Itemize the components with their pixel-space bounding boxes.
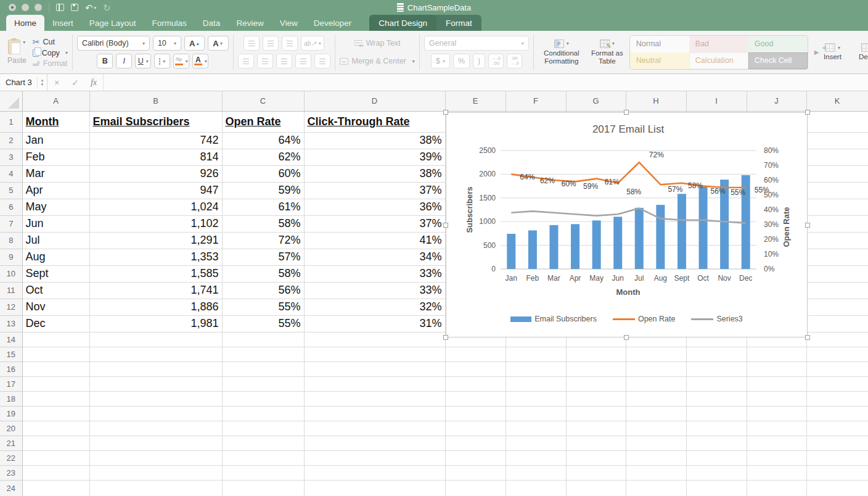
- cell-D22[interactable]: [304, 450, 445, 465]
- cell-A3[interactable]: Feb: [22, 149, 89, 165]
- chevron-down-icon[interactable]: ▾: [23, 39, 25, 45]
- cell-F16[interactable]: [506, 362, 566, 376]
- cell-B24[interactable]: [89, 480, 222, 496]
- tab-developer[interactable]: Developer: [306, 15, 360, 31]
- cell-B18[interactable]: [89, 391, 222, 406]
- tab-page-layout[interactable]: Page Layout: [81, 15, 144, 31]
- cell-C10[interactable]: 58%: [222, 265, 304, 282]
- cell-A2[interactable]: Jan: [22, 132, 89, 149]
- cell-D14[interactable]: [304, 332, 445, 347]
- cell-K10[interactable]: [806, 265, 868, 282]
- cell-K20[interactable]: [806, 421, 868, 436]
- cell-H21[interactable]: [626, 436, 686, 450]
- cell-K24[interactable]: [806, 480, 868, 496]
- fill-color-button[interactable]: ▾: [173, 54, 189, 68]
- cell-K19[interactable]: [806, 406, 868, 421]
- cell-B9[interactable]: 1,353: [89, 249, 222, 265]
- format-painter-button[interactable]: Format: [33, 59, 68, 68]
- zoom-window-icon[interactable]: [35, 4, 42, 11]
- cell-F17[interactable]: [506, 376, 566, 391]
- cell-A10[interactable]: Sept: [22, 265, 89, 282]
- legend-open-rate[interactable]: Open Rate: [613, 315, 675, 323]
- cell-H16[interactable]: [626, 362, 686, 376]
- row-header-12[interactable]: 12: [0, 299, 22, 315]
- cell-K18[interactable]: [806, 391, 868, 406]
- bar-aug[interactable]: [656, 205, 665, 269]
- row-header-22[interactable]: 22: [0, 450, 22, 465]
- cell-C19[interactable]: [222, 406, 304, 421]
- cell-D9[interactable]: 34%: [304, 249, 445, 265]
- cell-D13[interactable]: 31%: [304, 315, 445, 332]
- cell-B4[interactable]: 926: [89, 165, 222, 182]
- bold-button[interactable]: B: [97, 54, 113, 68]
- row-header-4[interactable]: 4: [0, 165, 22, 182]
- cell-K16[interactable]: [806, 362, 868, 376]
- cell-D5[interactable]: 37%: [304, 182, 445, 199]
- cell-I18[interactable]: [686, 391, 747, 406]
- bar-apr[interactable]: [571, 224, 579, 269]
- cell-C6[interactable]: 61%: [222, 199, 304, 215]
- cell-H23[interactable]: [626, 465, 686, 480]
- cell-A6[interactable]: May: [22, 199, 89, 215]
- cell-F24[interactable]: [506, 480, 566, 496]
- wrap-text-button[interactable]: Wrap Text: [354, 36, 401, 51]
- cell-C8[interactable]: 72%: [222, 232, 304, 249]
- cell-K6[interactable]: [806, 199, 868, 215]
- cell-H22[interactable]: [626, 450, 686, 465]
- cell-C18[interactable]: [222, 391, 304, 406]
- cell-A11[interactable]: Oct: [22, 282, 89, 299]
- cut-button[interactable]: ✂ Cut: [33, 37, 68, 47]
- name-box[interactable]: Chart 3: [0, 78, 37, 87]
- underline-button[interactable]: U▾: [135, 54, 151, 68]
- cell-I16[interactable]: [686, 362, 747, 376]
- cell-C11[interactable]: 56%: [222, 282, 304, 299]
- cell-B16[interactable]: [89, 362, 222, 376]
- cell-B6[interactable]: 1,024: [89, 199, 222, 215]
- row-header-10[interactable]: 10: [0, 265, 22, 282]
- font-name-select[interactable]: Calibri (Body) ▾: [77, 36, 150, 51]
- bar-sept[interactable]: [678, 194, 686, 269]
- cell-D12[interactable]: 32%: [304, 299, 445, 315]
- cell-E20[interactable]: [445, 421, 506, 436]
- cell-D20[interactable]: [304, 421, 445, 436]
- insert-function-icon[interactable]: fx: [84, 78, 103, 88]
- cell-A24[interactable]: [22, 480, 89, 496]
- cell-E22[interactable]: [445, 450, 506, 465]
- gallery-more-icon[interactable]: ▶: [814, 49, 819, 56]
- cell-E18[interactable]: [445, 391, 506, 406]
- cell-style-calculation[interactable]: Calculation: [689, 52, 748, 69]
- cell-I21[interactable]: [686, 436, 747, 450]
- cell-C21[interactable]: [222, 436, 304, 450]
- cell-A13[interactable]: Dec: [22, 315, 89, 332]
- cell-C7[interactable]: 58%: [222, 215, 304, 232]
- bar-jun[interactable]: [613, 217, 622, 269]
- cell-B21[interactable]: [89, 436, 222, 450]
- cell-A4[interactable]: Mar: [22, 165, 89, 182]
- chart-selection-handle[interactable]: [624, 335, 629, 340]
- cell-E21[interactable]: [445, 436, 506, 450]
- row-header-24[interactable]: 24: [0, 480, 22, 496]
- row-header-18[interactable]: 18: [0, 391, 22, 406]
- align-top-button[interactable]: [244, 36, 260, 51]
- cell-J15[interactable]: [747, 347, 806, 362]
- cell-B8[interactable]: 1,291: [89, 232, 222, 249]
- cell-A14[interactable]: [22, 332, 89, 347]
- formula-input[interactable]: [103, 74, 868, 91]
- cell-A9[interactable]: Aug: [22, 249, 89, 265]
- bar-mar[interactable]: [549, 225, 558, 269]
- cell-I24[interactable]: [686, 480, 747, 496]
- cell-C23[interactable]: [222, 465, 304, 480]
- row-header-13[interactable]: 13: [0, 315, 22, 332]
- cell-J17[interactable]: [747, 376, 806, 391]
- column-header-J[interactable]: J: [747, 91, 806, 111]
- legend-email-subscribers[interactable]: Email Subscribers: [510, 315, 597, 323]
- cell-D3[interactable]: 39%: [304, 149, 445, 165]
- cell-D17[interactable]: [304, 376, 445, 391]
- bar-feb[interactable]: [528, 230, 537, 269]
- cell-D19[interactable]: [304, 406, 445, 421]
- cell-K7[interactable]: [806, 215, 868, 232]
- cell-B3[interactable]: 814: [89, 149, 222, 165]
- cell-G15[interactable]: [566, 347, 626, 362]
- cell-B1[interactable]: Email Subscribers: [89, 111, 222, 132]
- cell-B23[interactable]: [89, 465, 222, 480]
